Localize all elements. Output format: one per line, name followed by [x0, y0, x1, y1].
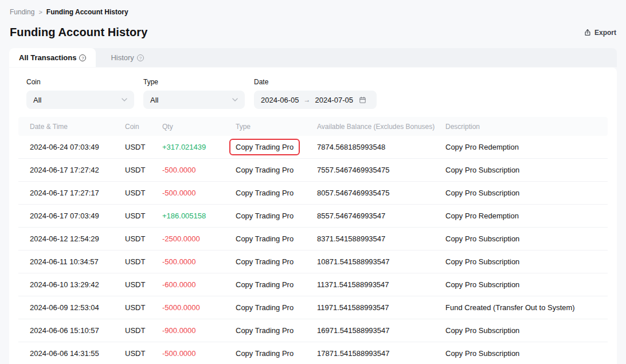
chevron-down-icon	[122, 98, 127, 101]
balance-cell: 16971.541588993547	[317, 326, 445, 335]
table-row: 2024-06-10 13:29:42USDT-600.0000Copy Tra…	[18, 273, 608, 296]
type-cell: Copy Trading Pro	[236, 139, 317, 155]
qty-cell: -500.0000	[162, 349, 236, 358]
date-filter: Date 2024-06-05 → 2024-07-05	[254, 78, 377, 109]
coin-cell: USDT	[125, 212, 162, 220]
date-range-arrow-icon: →	[304, 96, 311, 104]
description-cell: Copy Pro Subscription	[445, 326, 608, 335]
description-cell: Copy Pro Subscription	[445, 349, 608, 358]
type-cell: Copy Trading Pro	[236, 280, 317, 289]
column-header: Qty	[162, 123, 236, 131]
description-cell: Copy Pro Subscription	[445, 189, 608, 197]
coin-cell: USDT	[125, 189, 162, 197]
datetime-cell: 2024-06-11 10:34:57	[30, 257, 125, 266]
balance-cell: 11971.541588993547	[317, 303, 445, 312]
title-row: Funding Account History Export	[0, 16, 626, 39]
breadcrumb-chevron-icon: >	[38, 9, 42, 15]
tab-history[interactable]: History ?	[101, 48, 153, 67]
balance-cell: 7874.568185993548	[317, 143, 445, 151]
help-icon: ?	[137, 54, 144, 61]
type-select[interactable]: All	[143, 91, 245, 109]
coin-cell: USDT	[125, 143, 162, 151]
type-cell: Copy Trading Pro	[236, 189, 317, 197]
coin-cell: USDT	[125, 234, 162, 243]
help-icon: ?	[79, 54, 86, 61]
column-header: Type	[236, 123, 317, 131]
type-cell: Copy Trading Pro	[236, 303, 317, 312]
qty-cell: -500.0000	[162, 257, 236, 266]
type-cell: Copy Trading Pro	[236, 349, 317, 358]
qty-cell: -500.0000	[162, 166, 236, 174]
breadcrumb-funding-link[interactable]: Funding	[10, 8, 34, 16]
coin-filter: Coin All	[26, 78, 134, 109]
table-header: Date & TimeCoinQtyTypeAvailable Balance …	[18, 117, 608, 136]
balance-cell: 8557.546746993547	[317, 212, 445, 220]
type-filter-label: Type	[143, 78, 245, 86]
column-header: Date & Time	[30, 123, 125, 131]
datetime-cell: 2024-06-12 12:54:29	[30, 234, 125, 243]
table-row: 2024-06-11 10:34:57USDT-500.0000Copy Tra…	[18, 251, 608, 273]
date-filter-label: Date	[254, 78, 377, 86]
description-cell: Copy Pro Redemption	[445, 143, 608, 151]
qty-cell: -900.0000	[162, 326, 236, 335]
column-header: Description	[445, 123, 608, 131]
type-cell: Copy Trading Pro	[236, 234, 317, 243]
tab-all-transactions[interactable]: All Transactions ?	[9, 48, 96, 67]
type-cell: Copy Trading Pro	[236, 166, 317, 174]
balance-cell: 8057.5467469935475	[317, 189, 445, 197]
export-label: Export	[594, 29, 616, 37]
datetime-cell: 2024-06-17 17:27:17	[30, 189, 125, 197]
table-row: 2024-06-17 07:03:49USDT+186.005158Copy T…	[18, 205, 608, 228]
tab-history-label: History	[111, 53, 134, 62]
date-range-picker[interactable]: 2024-06-05 → 2024-07-05	[254, 91, 377, 109]
table-row: 2024-06-24 07:03:49USDT+317.021439Copy T…	[18, 136, 608, 159]
tab-bar: All Transactions ? History ?	[9, 48, 617, 67]
coin-filter-label: Coin	[26, 78, 134, 86]
type-cell: Copy Trading Pro	[236, 212, 317, 220]
type-cell: Copy Trading Pro	[236, 326, 317, 335]
date-end-value: 2024-07-05	[315, 96, 354, 104]
table-row: 2024-06-17 17:27:42USDT-500.0000Copy Tra…	[18, 159, 608, 182]
datetime-cell: 2024-06-06 14:31:55	[30, 349, 125, 358]
balance-cell: 11371.541588993547	[317, 280, 445, 289]
table-row: 2024-06-06 15:10:57USDT-900.0000Copy Tra…	[18, 319, 608, 342]
description-cell: Copy Pro Redemption	[445, 212, 608, 220]
qty-cell: -2500.0000	[162, 234, 236, 243]
qty-cell: +186.005158	[162, 212, 236, 220]
balance-cell: 10871.541588993547	[317, 257, 445, 266]
datetime-cell: 2024-06-10 13:29:42	[30, 280, 125, 289]
coin-select-value: All	[33, 96, 41, 104]
table-row: 2024-06-17 17:27:17USDT-500.0000Copy Tra…	[18, 182, 608, 205]
balance-cell: 7557.5467469935475	[317, 166, 445, 174]
description-cell: Copy Pro Subscription	[445, 280, 608, 289]
breadcrumb-current: Funding Account History	[46, 8, 128, 16]
datetime-cell: 2024-06-24 07:03:49	[30, 143, 125, 151]
filters-bar: Coin All Type All Date 2024-06-05 → 202	[18, 77, 608, 109]
chevron-down-icon	[232, 98, 238, 101]
coin-cell: USDT	[125, 280, 162, 289]
table-row: 2024-06-09 12:53:04USDT-5000.0000Copy Tr…	[18, 296, 608, 319]
balance-cell: 8371.541588993547	[317, 234, 445, 243]
datetime-cell: 2024-06-17 17:27:42	[30, 166, 125, 174]
coin-cell: USDT	[125, 326, 162, 335]
type-select-value: All	[150, 96, 158, 104]
description-cell: Copy Pro Subscription	[445, 166, 608, 174]
export-button[interactable]: Export	[584, 29, 616, 37]
coin-cell: USDT	[125, 303, 162, 312]
column-header: Coin	[125, 123, 162, 131]
breadcrumb: Funding > Funding Account History	[0, 0, 626, 16]
coin-cell: USDT	[125, 349, 162, 358]
coin-select[interactable]: All	[26, 91, 134, 109]
table-body: 2024-06-24 07:03:49USDT+317.021439Copy T…	[18, 136, 608, 364]
date-start-value: 2024-06-05	[261, 96, 299, 104]
balance-cell: 17871.541588993547	[317, 349, 445, 358]
description-cell: Fund Created (Transfer Out to System)	[445, 303, 608, 312]
calendar-icon	[359, 96, 366, 104]
type-cell: Copy Trading Pro	[236, 257, 317, 266]
type-filter: Type All	[143, 78, 245, 109]
page-title: Funding Account History	[10, 26, 147, 39]
table-row: 2024-06-06 14:31:55USDT-500.0000Copy Tra…	[18, 342, 608, 364]
annotation-highlight-box: Copy Trading Pro	[229, 139, 300, 155]
datetime-cell: 2024-06-06 15:10:57	[30, 326, 125, 335]
export-icon	[584, 29, 592, 37]
